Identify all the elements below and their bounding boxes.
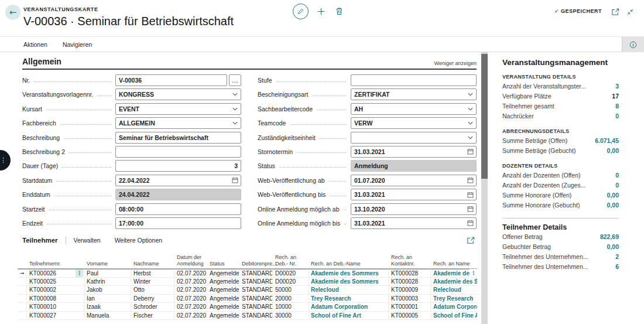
cell-deb-name-link[interactable]: Akademie des Sommers (309, 269, 389, 278)
cell-nachname[interactable]: Schroder (131, 303, 174, 312)
online-bis-input[interactable] (351, 217, 477, 229)
table-row[interactable]: KT000027 Manuela Fischer 02.07.2020 Ange… (18, 312, 477, 320)
vorlagennr-input[interactable] (115, 88, 241, 100)
factbox-value-link[interactable]: 3 (615, 81, 619, 91)
table-row[interactable]: → KT000026 ⋮ Paul Herbst 02.07.2020 Ange… (18, 269, 477, 278)
cell-deb-nr[interactable]: 50000 (273, 286, 309, 295)
cell-teilnehmernr[interactable]: KT000008 (27, 295, 84, 303)
factbox-value-link[interactable]: 8 (615, 101, 619, 111)
table-row[interactable]: KT000025 Kathrin Winter 02.07.2020 Angem… (18, 278, 477, 287)
cell-deb-name-link[interactable]: Trey Research (309, 295, 389, 303)
cell-deb-name-link[interactable]: Relecloud (309, 286, 389, 295)
cell-status[interactable]: Angemeldet (207, 295, 239, 303)
assist-edit-button[interactable]: … (229, 74, 241, 86)
endzeit-input[interactable] (115, 217, 241, 229)
factbox-value-link[interactable]: 0,00 (607, 146, 619, 156)
chevron-down-icon[interactable] (231, 91, 238, 98)
beschreibung2-input[interactable] (115, 146, 241, 158)
online-ab-input[interactable] (351, 203, 477, 215)
cell-kontaktnr[interactable]: KT000028 (389, 278, 431, 287)
factbox-value-link[interactable]: 0 (615, 180, 619, 190)
nr-input[interactable] (115, 74, 227, 86)
cell-vorname[interactable]: Ian (84, 295, 131, 303)
column-header[interactable]: Status (207, 261, 239, 269)
cell-teilnehmernr[interactable]: KT000002 (27, 286, 84, 295)
calendar-icon[interactable] (467, 220, 474, 227)
cell-kontaktnr[interactable]: KT000028 (389, 269, 431, 278)
back-button[interactable]: ← (5, 5, 20, 20)
cell-datum[interactable]: 02.07.2020 (174, 295, 207, 303)
chevron-down-icon[interactable] (467, 91, 474, 98)
fachbereich-input[interactable] (115, 117, 241, 129)
calendar-icon[interactable] (467, 148, 474, 155)
show-less-link[interactable]: Weniger anzeigen (434, 60, 477, 66)
beschreibung-input[interactable] (115, 132, 241, 144)
cell-kontaktnr[interactable]: KT000005 (389, 312, 431, 320)
cell-deb-nr[interactable]: D00020 (273, 278, 309, 287)
info-button[interactable] (622, 37, 644, 52)
dauer-input[interactable] (115, 160, 241, 172)
cell-vorname[interactable]: Paul (84, 269, 131, 278)
sachbearbeitercode-input[interactable] (351, 103, 477, 115)
calendar-icon[interactable] (467, 191, 474, 198)
factbox-value-link[interactable]: 6.071,45 (595, 136, 619, 146)
section-title-allgemein[interactable]: Allgemein (22, 57, 61, 66)
column-header[interactable]: Rech. an Kontaktnr. (389, 254, 431, 268)
column-header[interactable]: Datum der Anmeldung (174, 254, 207, 268)
cell-nachname[interactable]: Deberry (131, 295, 174, 303)
cell-datum[interactable]: 02.07.2020 (174, 312, 207, 320)
cell-deb-nr[interactable]: D00020 (273, 269, 309, 278)
chevron-down-icon[interactable] (467, 134, 474, 141)
web-ab-input[interactable] (351, 175, 477, 186)
cell-vorname[interactable]: Kathrin (84, 278, 131, 287)
factbox-value-link[interactable]: 6 (615, 262, 619, 272)
cell-status[interactable]: Angemeldet (207, 269, 239, 278)
bescheinigungsart-input[interactable] (351, 88, 477, 100)
cell-name-link[interactable]: Akademie des Somme (431, 278, 477, 287)
stufe-input[interactable] (351, 74, 477, 86)
cell-datum[interactable]: 02.07.2020 (174, 269, 207, 278)
cell-preisgruppe[interactable]: STANDARD (239, 278, 273, 287)
menu-navigieren[interactable]: Navigieren (63, 41, 92, 48)
factbox-value-link[interactable]: 0,00 (607, 200, 619, 210)
open-in-new-window-button[interactable] (611, 8, 619, 16)
factbox-value-link[interactable]: 822,69 (600, 232, 619, 242)
zustaendigkeitseinheit-input[interactable] (351, 132, 477, 144)
side-panel-handle[interactable]: ⋮ (0, 150, 11, 170)
table-row[interactable]: KT000010 Izaak Schroder 02.07.2020 Angem… (18, 303, 477, 312)
cell-name-link[interactable]: Trey Research (431, 295, 477, 303)
column-header[interactable]: Vorname (84, 261, 131, 269)
cell-name-link[interactable]: School of Fine Art (431, 312, 477, 320)
cell-teilnehmernr[interactable]: KT000027 (27, 312, 84, 320)
column-header[interactable]: Nachname (131, 261, 174, 269)
teamcode-input[interactable] (351, 117, 477, 129)
cell-nachname[interactable]: Winter (131, 278, 174, 287)
cell-vorname[interactable]: Izaak (84, 303, 131, 312)
cell-deb-nr[interactable]: 30000 (273, 312, 309, 320)
cell-nachname[interactable]: Otto (131, 286, 174, 295)
cell-datum[interactable]: 02.07.2020 (174, 278, 207, 287)
cell-status[interactable]: Angemeldet (207, 278, 239, 287)
cell-name-link[interactable]: Relecloud (431, 286, 477, 295)
cell-status[interactable]: Angemeldet (207, 303, 239, 312)
collapse-window-button[interactable] (626, 8, 635, 16)
menu-weitere-optionen[interactable]: Weitere Optionen (115, 237, 163, 244)
cell-preisgruppe[interactable]: STANDARD (239, 312, 273, 320)
new-button[interactable] (316, 6, 326, 16)
cell-preisgruppe[interactable]: STANDARD (239, 269, 273, 278)
cell-datum[interactable]: 02.07.2020 (174, 286, 207, 295)
delete-button[interactable] (335, 6, 344, 16)
cell-nachname[interactable]: Fischer (131, 312, 174, 320)
startdatum-input[interactable] (115, 175, 241, 186)
calendar-icon[interactable] (467, 206, 474, 213)
cell-status[interactable]: Angemeldet (207, 286, 239, 295)
cell-deb-name-link[interactable]: School of Fine Art (309, 312, 389, 320)
calendar-icon[interactable] (467, 177, 474, 184)
cell-deb-nr[interactable]: 20000 (273, 295, 309, 303)
cell-deb-name-link[interactable]: Akademie des Sommers (309, 278, 389, 287)
web-bis-input[interactable] (351, 189, 477, 200)
factbox-value-link[interactable]: 0,00 (607, 190, 619, 200)
menu-aktionen[interactable]: Aktionen (23, 41, 47, 48)
column-header[interactable]: Debitorenpre... (239, 261, 273, 269)
edit-button[interactable] (293, 4, 309, 19)
